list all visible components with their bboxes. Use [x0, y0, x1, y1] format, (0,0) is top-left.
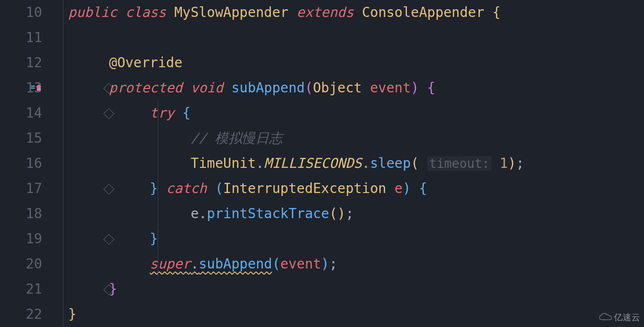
code-line[interactable]: } catch (InterruptedException e) {	[68, 176, 644, 201]
line-number: 11	[0, 25, 42, 50]
code-line[interactable]: }	[68, 226, 644, 252]
line-number: 22	[0, 302, 42, 327]
code-line[interactable]: protected void subAppend(Object event) {	[68, 75, 644, 101]
code-line[interactable]	[68, 25, 644, 50]
code-line[interactable]: @Override	[68, 50, 644, 75]
code-line[interactable]: e.printStackTrace();	[68, 201, 644, 226]
code-content[interactable]: public class MySlowAppender extends Cons…	[63, 0, 644, 327]
line-number: 19	[0, 226, 42, 252]
code-line[interactable]: TimeUnit.MILLISECONDS.sleep( timeout: 1)…	[68, 151, 644, 176]
line-number: 12	[0, 50, 42, 75]
parameter-hint: timeout:	[427, 156, 492, 171]
code-line[interactable]: super.subAppend(event);	[68, 252, 644, 277]
line-number: 15	[0, 126, 42, 151]
code-line[interactable]: }	[68, 302, 644, 327]
code-line[interactable]: try {	[68, 101, 644, 126]
line-number: 20	[0, 252, 42, 277]
line-number: 10	[0, 0, 42, 25]
code-line[interactable]: }	[68, 277, 644, 302]
watermark-text: 亿速云	[614, 312, 640, 323]
override-gutter-icon[interactable]	[30, 80, 45, 90]
line-number: 17	[0, 176, 42, 201]
code-editor[interactable]: 10 11 12 13 14 15 16 17 18 19 20 21 22 p…	[0, 0, 644, 327]
line-number: 16	[0, 151, 42, 176]
watermark-logo: 亿速云	[599, 312, 640, 323]
line-number: 21	[0, 277, 42, 302]
fold-gutter	[46, 0, 63, 327]
code-line[interactable]: public class MySlowAppender extends Cons…	[68, 0, 644, 25]
code-line[interactable]: // 模拟慢日志	[68, 126, 644, 151]
line-number: 18	[0, 201, 42, 226]
line-number: 14	[0, 101, 42, 126]
line-number-gutter: 10 11 12 13 14 15 16 17 18 19 20 21 22	[0, 0, 46, 327]
